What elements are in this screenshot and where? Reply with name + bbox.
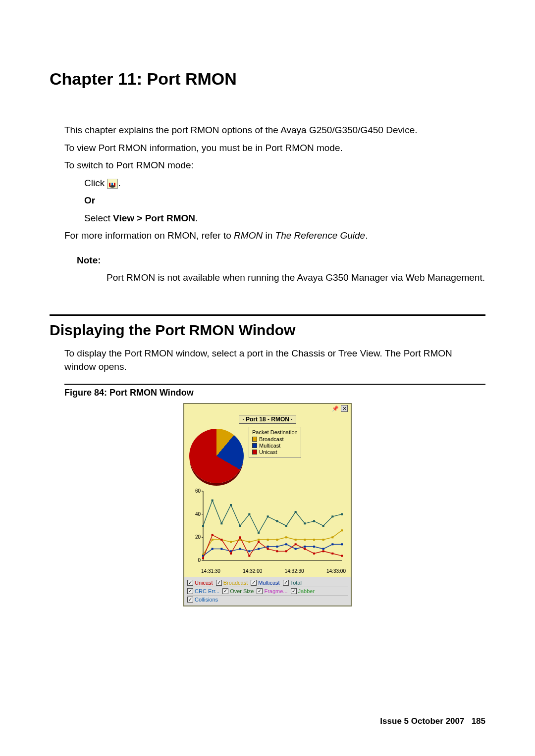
page-footer: Issue 5 October 2007 185 [380, 716, 485, 726]
pie-legend: Packet Destination Broadcast Multicast U… [249, 427, 301, 458]
moreinfo-rmon: RMON [234, 230, 263, 241]
svg-rect-47 [248, 550, 250, 552]
svg-rect-55 [322, 548, 324, 550]
toggle-crc[interactable]: ✓CRC Err... [187, 588, 219, 594]
or-label: Or [84, 194, 485, 207]
checkbox-icon[interactable]: ✓ [216, 580, 222, 586]
toggle-fragme[interactable]: ✓Fragme... [257, 588, 287, 594]
svg-rect-62 [239, 536, 241, 538]
chart-toggles: ✓Unicast ✓Broadcast ✓Multicast ✓Total ✓C… [184, 577, 351, 605]
click-line: Click . [84, 176, 485, 190]
svg-rect-52 [295, 548, 297, 550]
close-icon[interactable]: ✕ [341, 405, 348, 412]
svg-rect-32 [258, 539, 260, 541]
svg-rect-49 [267, 546, 269, 548]
toggle-collisions[interactable]: ✓Collisions [187, 597, 218, 603]
footer-issue: Issue 5 October 2007 [380, 716, 464, 726]
toggle-oversize[interactable]: ✓Over Size [222, 588, 254, 594]
moreinfo-mid: in [263, 230, 275, 241]
svg-rect-16 [258, 532, 260, 534]
checkbox-icon[interactable]: ✓ [283, 580, 289, 586]
swatch-multicast [252, 443, 257, 448]
svg-rect-72 [331, 553, 333, 554]
x-tick: 14:33:00 [326, 568, 346, 574]
svg-rect-34 [276, 539, 278, 541]
section-divider [50, 314, 485, 316]
svg-rect-50 [276, 546, 278, 548]
rmon-titlebar: 📌 ✕ [184, 404, 351, 414]
svg-rect-13 [230, 504, 232, 506]
toggle-jabber[interactable]: ✓Jabber [291, 588, 315, 594]
svg-rect-39 [322, 539, 324, 541]
svg-rect-53 [304, 546, 306, 548]
toggle-multicast[interactable]: ✓Multicast [251, 580, 279, 586]
port-label[interactable]: · Port 18 - RMON · [239, 415, 296, 424]
toggle-broadcast[interactable]: ✓Broadcast [216, 580, 248, 586]
svg-rect-51 [285, 543, 287, 545]
checkbox-icon[interactable]: ✓ [222, 588, 228, 594]
checkbox-icon[interactable]: ✓ [257, 588, 263, 594]
intro-p2: To view Port RMON information, you must … [64, 141, 485, 155]
note-body: Port RMON is not available when running … [107, 271, 485, 285]
section2-p1: To display the Port RMON window, select … [64, 347, 485, 374]
svg-rect-11 [212, 500, 214, 502]
svg-rect-33 [267, 539, 269, 541]
svg-rect-66 [276, 550, 278, 552]
svg-rect-23 [322, 525, 324, 527]
pie-chart [189, 429, 244, 483]
toggle-unicast[interactable]: ✓Unicast [187, 580, 213, 586]
svg-rect-22 [313, 520, 315, 522]
select-suffix: . [195, 213, 198, 223]
svg-rect-56 [331, 543, 333, 545]
svg-rect-29 [230, 541, 232, 543]
checkbox-icon[interactable]: ✓ [251, 580, 257, 586]
svg-text:0: 0 [198, 557, 201, 563]
svg-rect-36 [295, 539, 297, 541]
svg-rect-61 [230, 553, 232, 554]
svg-rect-46 [239, 548, 241, 550]
svg-text:20: 20 [195, 534, 201, 540]
svg-rect-48 [258, 548, 260, 550]
svg-rect-41 [341, 529, 343, 531]
line-chart-area: 0204060 14:31:30 14:32:00 14:32:30 14:33… [184, 486, 351, 577]
svg-rect-25 [341, 513, 343, 515]
x-tick-labels: 14:31:30 14:32:00 14:32:30 14:33:00 [191, 567, 346, 574]
note-label: Note: [77, 253, 485, 267]
chapter-title: Chapter 11: Port RMON [50, 69, 485, 89]
checkbox-icon[interactable]: ✓ [187, 588, 193, 594]
svg-rect-43 [212, 548, 214, 550]
toggle-row-1: ✓Unicast ✓Broadcast ✓Multicast ✓Total [187, 579, 348, 587]
svg-rect-40 [331, 536, 333, 538]
svg-rect-71 [322, 550, 324, 552]
x-tick: 14:31:30 [201, 568, 220, 574]
checkbox-icon[interactable]: ✓ [187, 580, 193, 586]
pin-icon[interactable]: 📌 [332, 405, 339, 412]
checkbox-icon[interactable]: ✓ [187, 597, 193, 603]
svg-rect-37 [304, 539, 306, 541]
svg-rect-17 [267, 515, 269, 517]
toggle-row-3: ✓Collisions [187, 595, 348, 604]
select-line: Select View > Port RMON. [84, 211, 485, 225]
figure-container: 📌 ✕ · Port 18 - RMON · Packet Destinatio… [50, 403, 485, 606]
section-heading: Displaying the Port RMON Window [50, 322, 485, 339]
toggle-total[interactable]: ✓Total [283, 580, 302, 586]
footer-page: 185 [472, 716, 485, 726]
svg-rect-58 [202, 557, 204, 559]
svg-rect-14 [239, 525, 241, 527]
legend-broadcast: Broadcast [252, 436, 298, 442]
click-prefix: Click [84, 178, 107, 188]
x-tick: 14:32:00 [243, 568, 262, 574]
checkbox-icon[interactable]: ✓ [291, 588, 297, 594]
svg-rect-35 [285, 536, 287, 538]
svg-rect-69 [304, 548, 306, 550]
svg-rect-60 [220, 539, 222, 541]
svg-rect-10 [202, 525, 204, 527]
svg-rect-57 [341, 543, 343, 545]
intro-p1: This chapter explains the port RMON opti… [64, 123, 485, 137]
more-info: For more information on RMON, refer to R… [64, 229, 485, 243]
moreinfo-prefix: For more information on RMON, refer to [64, 230, 234, 241]
svg-rect-18 [276, 520, 278, 522]
svg-rect-65 [267, 548, 269, 550]
line-chart: 0204060 [191, 488, 345, 567]
rmon-toolbar-icon [107, 179, 118, 189]
